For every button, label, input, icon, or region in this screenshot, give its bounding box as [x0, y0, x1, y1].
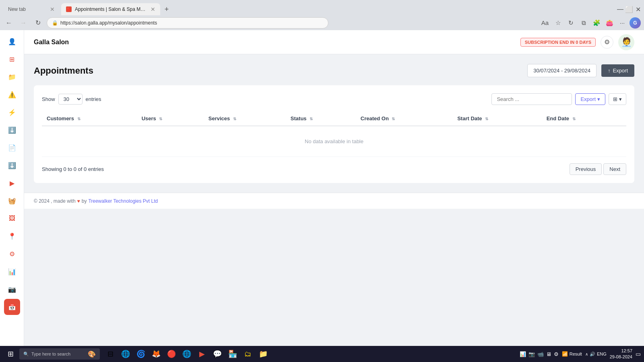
tab-label-appointments: Appointments | Salon & Spa Man... — [75, 6, 147, 12]
table-controls: Show 30 10 25 50 100 entries Export — [42, 93, 626, 105]
pagination-buttons: Previous Next — [570, 163, 626, 175]
sidebar-item-zap[interactable]: ⚡ — [4, 104, 20, 120]
chevron-icon: ∧ — [585, 352, 588, 356]
forward-button[interactable]: → — [18, 17, 29, 29]
sidebar-item-settings[interactable]: ⚙ — [4, 246, 20, 262]
close-button[interactable]: ✕ — [635, 6, 641, 12]
table-body: No data available in table — [42, 126, 626, 157]
refresh-button[interactable]: ↻ — [32, 17, 43, 29]
start-button[interactable]: ⊞ — [3, 347, 18, 361]
sidebar-item-download[interactable]: ⬇️ — [4, 157, 20, 173]
column-status[interactable]: Status ⇅ — [286, 111, 356, 126]
sidebar-item-calendar[interactable]: 📅 — [4, 299, 20, 315]
page-header: Appointments 30/07/2024 - 29/08/2024 ↑ E… — [34, 64, 634, 77]
language-label: ENG — [597, 352, 607, 356]
column-created-on[interactable]: Created On ⇅ — [356, 111, 452, 126]
taskbar-search-icon: 🔍 — [23, 352, 29, 357]
add-tab-button[interactable]: + — [162, 4, 171, 14]
sidebar-item-document[interactable]: 📄 — [4, 140, 20, 156]
no-data-row: No data available in table — [42, 126, 626, 157]
sidebar-item-camera[interactable]: 📷 — [4, 281, 20, 297]
folder-icon: 📁 — [8, 73, 16, 81]
address-bar[interactable]: 🔒 https://salon.galla.app/mysalon/appoin… — [47, 17, 328, 29]
browser-tab-appointments[interactable]: 🔴 Appointments | Salon & Spa Man... ✕ — [61, 3, 160, 15]
system-video-icon: 📹 — [537, 351, 544, 357]
sort-icon-services: ⇅ — [233, 117, 236, 121]
export-dropdown-button[interactable]: Export ▾ — [575, 93, 605, 105]
minimize-button[interactable]: — — [617, 6, 623, 12]
next-button[interactable]: Next — [603, 163, 626, 175]
sidebar-item-profile[interactable]: 👤 — [4, 33, 20, 49]
sidebar-item-folder[interactable]: 📁 — [4, 69, 20, 85]
taskbar-app-skype[interactable]: 💬 — [210, 347, 225, 361]
header-avatar: 🧑‍💼 — [618, 34, 634, 50]
taskbar-search[interactable]: 🔍 Type here to search 🎨 — [19, 348, 100, 360]
sidebar-item-download-circle[interactable]: ⬇️ — [4, 122, 20, 138]
page-title: Appointments — [34, 66, 93, 76]
taskbar-right: 📊 📷 📹 🖥 ⚙ 📶 Result ∧ 🔊 ENG 12:57 29-08-2… — [520, 348, 641, 360]
taskbar-app-youtube[interactable]: ▶ — [195, 347, 209, 361]
system-network-icon: 📊 — [520, 351, 526, 357]
column-services[interactable]: Services ⇅ — [204, 111, 286, 126]
sidebar-item-basket[interactable]: 🧺 — [4, 193, 20, 209]
date-range-picker[interactable]: 30/07/2024 - 29/08/2024 — [527, 64, 597, 77]
profile-circle[interactable]: G — [630, 17, 641, 29]
taskbar-app-edge[interactable]: 🌐 — [118, 347, 133, 361]
export-button[interactable]: ↑ Export — [601, 64, 634, 77]
extension-icon[interactable]: 🧩 — [591, 17, 602, 29]
zap-icon: ⚡ — [8, 109, 16, 116]
split-icon[interactable]: ⧉ — [578, 17, 589, 29]
entries-select[interactable]: 30 10 25 50 100 — [58, 94, 83, 105]
sidebar-item-location[interactable]: 📍 — [4, 228, 20, 244]
column-start-date[interactable]: Start Date ⇅ — [452, 111, 541, 126]
refresh-icon[interactable]: ↻ — [565, 17, 576, 29]
grid-dropdown-button[interactable]: ⊞ ▾ — [609, 93, 626, 105]
browser-tab-new[interactable]: New tab ✕ — [3, 3, 60, 15]
taskbar-app-grid[interactable]: ⊟ — [103, 347, 118, 361]
column-end-date[interactable]: End Date ⇅ — [542, 111, 626, 126]
taskbar-app-opera[interactable]: 🔴 — [164, 347, 179, 361]
sidebar-item-report[interactable]: 📊 — [4, 263, 20, 280]
sidebar-item-grid[interactable]: ⊞ — [4, 51, 20, 67]
taskbar-app-chrome[interactable]: 🌐 — [180, 347, 194, 361]
tab-favicon: 🔴 — [66, 6, 72, 12]
more-icon[interactable]: ··· — [617, 17, 628, 29]
tab-label: New tab — [8, 6, 26, 12]
report-icon: 📊 — [8, 268, 16, 276]
taskbar-app-sticky[interactable]: 🗂 — [241, 347, 255, 361]
sort-icon-customers: ⇅ — [77, 117, 80, 121]
star-icon[interactable]: ☆ — [552, 17, 564, 29]
tab-close-appointments[interactable]: ✕ — [151, 6, 155, 12]
document-icon: 📄 — [8, 144, 16, 152]
no-data-message: No data available in table — [42, 126, 626, 157]
browser-title-bar: New tab ✕ 🔴 Appointments | Salon & Spa M… — [0, 0, 644, 15]
sidebar-item-alert[interactable]: ⚠️ — [4, 86, 20, 103]
app-container: 👤 ⊞ 📁 ⚠️ ⚡ ⬇️ 📄 ⬇️ ▶ — [0, 30, 644, 346]
sidebar-item-image[interactable]: 🖼 — [4, 210, 20, 226]
taskbar-app-firefox[interactable]: 🦊 — [149, 347, 163, 361]
back-button[interactable]: ← — [3, 17, 14, 29]
grid-dropdown-arrow: ▾ — [619, 96, 622, 102]
maximize-button[interactable]: ⬜ — [626, 6, 632, 12]
download-circle-icon: ⬇️ — [8, 126, 16, 134]
heart-icon: ♥ — [77, 198, 80, 204]
sort-icon-users: ⇅ — [159, 117, 162, 121]
aa-icon[interactable]: Aa — [539, 17, 551, 29]
taskbar-app-store[interactable]: 🏪 — [225, 347, 240, 361]
tab-close-new[interactable]: ✕ — [50, 6, 55, 12]
taskbar-app-msft[interactable]: 🌀 — [134, 347, 148, 361]
taskbar-network: 📶 Result — [562, 351, 582, 357]
settings-button[interactable]: ⚙ — [601, 36, 613, 49]
column-customers[interactable]: Customers ⇅ — [42, 111, 137, 126]
show-desktop-button[interactable]: ▭ — [636, 351, 641, 357]
sidebar-item-play[interactable]: ▶ — [4, 175, 20, 191]
footer-by-text: by — [82, 198, 87, 204]
sort-icon-end-date: ⇅ — [572, 117, 576, 121]
showing-text: Showing 0 to 0 of 0 entries — [42, 166, 104, 172]
settings-icon: ⚙ — [9, 250, 15, 258]
previous-button[interactable]: Previous — [570, 163, 602, 175]
taskbar-app-files[interactable]: 📁 — [256, 347, 270, 361]
search-input[interactable] — [491, 93, 572, 105]
wallet-icon[interactable]: 👛 — [604, 17, 615, 29]
column-users[interactable]: Users ⇅ — [137, 111, 204, 126]
